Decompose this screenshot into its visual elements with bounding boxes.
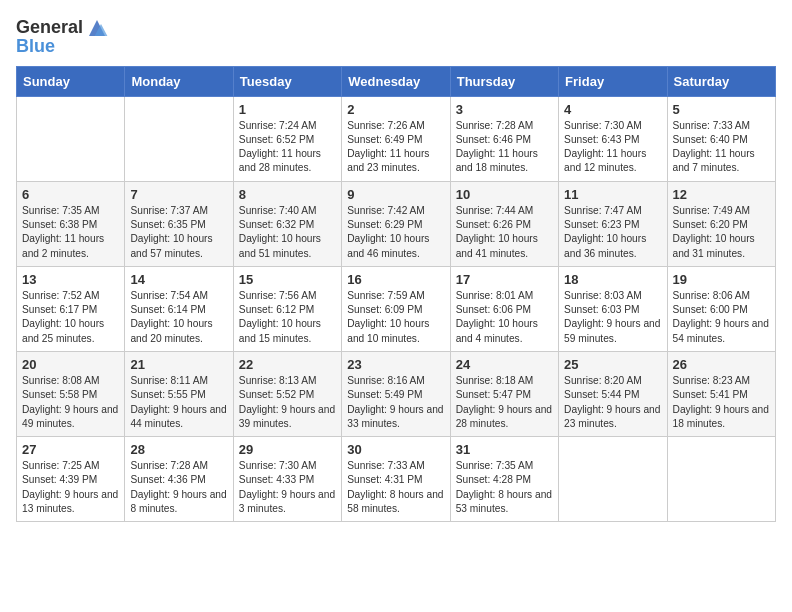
day-info: Sunrise: 7:56 AM Sunset: 6:12 PM Dayligh…	[239, 289, 336, 346]
day-number: 30	[347, 442, 444, 457]
day-info: Sunrise: 7:30 AM Sunset: 4:33 PM Dayligh…	[239, 459, 336, 516]
day-info: Sunrise: 8:08 AM Sunset: 5:58 PM Dayligh…	[22, 374, 119, 431]
calendar-cell: 5Sunrise: 7:33 AM Sunset: 6:40 PM Daylig…	[667, 96, 775, 181]
day-info: Sunrise: 7:28 AM Sunset: 6:46 PM Dayligh…	[456, 119, 553, 176]
day-info: Sunrise: 7:24 AM Sunset: 6:52 PM Dayligh…	[239, 119, 336, 176]
day-info: Sunrise: 7:35 AM Sunset: 4:28 PM Dayligh…	[456, 459, 553, 516]
calendar-cell: 18Sunrise: 8:03 AM Sunset: 6:03 PM Dayli…	[559, 266, 667, 351]
day-info: Sunrise: 7:59 AM Sunset: 6:09 PM Dayligh…	[347, 289, 444, 346]
calendar-cell	[667, 437, 775, 522]
day-info: Sunrise: 7:33 AM Sunset: 4:31 PM Dayligh…	[347, 459, 444, 516]
calendar-cell: 26Sunrise: 8:23 AM Sunset: 5:41 PM Dayli…	[667, 351, 775, 436]
calendar-cell	[125, 96, 233, 181]
day-number: 4	[564, 102, 661, 117]
day-number: 17	[456, 272, 553, 287]
calendar-cell: 19Sunrise: 8:06 AM Sunset: 6:00 PM Dayli…	[667, 266, 775, 351]
calendar-cell: 20Sunrise: 8:08 AM Sunset: 5:58 PM Dayli…	[17, 351, 125, 436]
day-number: 20	[22, 357, 119, 372]
calendar-cell: 30Sunrise: 7:33 AM Sunset: 4:31 PM Dayli…	[342, 437, 450, 522]
day-info: Sunrise: 7:33 AM Sunset: 6:40 PM Dayligh…	[673, 119, 770, 176]
day-number: 13	[22, 272, 119, 287]
day-number: 21	[130, 357, 227, 372]
day-number: 5	[673, 102, 770, 117]
calendar-cell: 14Sunrise: 7:54 AM Sunset: 6:14 PM Dayli…	[125, 266, 233, 351]
day-number: 19	[673, 272, 770, 287]
calendar-cell: 6Sunrise: 7:35 AM Sunset: 6:38 PM Daylig…	[17, 181, 125, 266]
day-info: Sunrise: 7:25 AM Sunset: 4:39 PM Dayligh…	[22, 459, 119, 516]
day-number: 16	[347, 272, 444, 287]
calendar-cell: 24Sunrise: 8:18 AM Sunset: 5:47 PM Dayli…	[450, 351, 558, 436]
day-info: Sunrise: 8:13 AM Sunset: 5:52 PM Dayligh…	[239, 374, 336, 431]
day-number: 11	[564, 187, 661, 202]
calendar-cell: 2Sunrise: 7:26 AM Sunset: 6:49 PM Daylig…	[342, 96, 450, 181]
day-number: 8	[239, 187, 336, 202]
day-info: Sunrise: 7:35 AM Sunset: 6:38 PM Dayligh…	[22, 204, 119, 261]
day-number: 29	[239, 442, 336, 457]
weekday-header-thursday: Thursday	[450, 66, 558, 96]
weekday-header-monday: Monday	[125, 66, 233, 96]
calendar-cell: 22Sunrise: 8:13 AM Sunset: 5:52 PM Dayli…	[233, 351, 341, 436]
calendar-cell	[559, 437, 667, 522]
calendar-cell: 15Sunrise: 7:56 AM Sunset: 6:12 PM Dayli…	[233, 266, 341, 351]
week-row-3: 13Sunrise: 7:52 AM Sunset: 6:17 PM Dayli…	[17, 266, 776, 351]
weekday-header-friday: Friday	[559, 66, 667, 96]
day-number: 28	[130, 442, 227, 457]
day-number: 23	[347, 357, 444, 372]
day-number: 27	[22, 442, 119, 457]
calendar-cell: 23Sunrise: 8:16 AM Sunset: 5:49 PM Dayli…	[342, 351, 450, 436]
calendar-cell: 12Sunrise: 7:49 AM Sunset: 6:20 PM Dayli…	[667, 181, 775, 266]
calendar-cell	[17, 96, 125, 181]
day-number: 18	[564, 272, 661, 287]
day-info: Sunrise: 7:47 AM Sunset: 6:23 PM Dayligh…	[564, 204, 661, 261]
day-info: Sunrise: 8:23 AM Sunset: 5:41 PM Dayligh…	[673, 374, 770, 431]
calendar-cell: 21Sunrise: 8:11 AM Sunset: 5:55 PM Dayli…	[125, 351, 233, 436]
logo-icon	[85, 16, 109, 40]
day-info: Sunrise: 8:16 AM Sunset: 5:49 PM Dayligh…	[347, 374, 444, 431]
calendar-cell: 25Sunrise: 8:20 AM Sunset: 5:44 PM Dayli…	[559, 351, 667, 436]
calendar-cell: 7Sunrise: 7:37 AM Sunset: 6:35 PM Daylig…	[125, 181, 233, 266]
calendar-cell: 17Sunrise: 8:01 AM Sunset: 6:06 PM Dayli…	[450, 266, 558, 351]
calendar-cell: 3Sunrise: 7:28 AM Sunset: 6:46 PM Daylig…	[450, 96, 558, 181]
weekday-header-row: SundayMondayTuesdayWednesdayThursdayFrid…	[17, 66, 776, 96]
day-info: Sunrise: 8:01 AM Sunset: 6:06 PM Dayligh…	[456, 289, 553, 346]
week-row-5: 27Sunrise: 7:25 AM Sunset: 4:39 PM Dayli…	[17, 437, 776, 522]
calendar-cell: 16Sunrise: 7:59 AM Sunset: 6:09 PM Dayli…	[342, 266, 450, 351]
calendar-cell: 10Sunrise: 7:44 AM Sunset: 6:26 PM Dayli…	[450, 181, 558, 266]
calendar-table: SundayMondayTuesdayWednesdayThursdayFrid…	[16, 66, 776, 523]
page-header: General Blue	[16, 16, 776, 58]
weekday-header-wednesday: Wednesday	[342, 66, 450, 96]
day-number: 15	[239, 272, 336, 287]
day-number: 7	[130, 187, 227, 202]
week-row-2: 6Sunrise: 7:35 AM Sunset: 6:38 PM Daylig…	[17, 181, 776, 266]
calendar-cell: 1Sunrise: 7:24 AM Sunset: 6:52 PM Daylig…	[233, 96, 341, 181]
day-info: Sunrise: 7:30 AM Sunset: 6:43 PM Dayligh…	[564, 119, 661, 176]
day-info: Sunrise: 8:06 AM Sunset: 6:00 PM Dayligh…	[673, 289, 770, 346]
day-number: 26	[673, 357, 770, 372]
day-number: 22	[239, 357, 336, 372]
calendar-cell: 11Sunrise: 7:47 AM Sunset: 6:23 PM Dayli…	[559, 181, 667, 266]
day-number: 25	[564, 357, 661, 372]
calendar-cell: 27Sunrise: 7:25 AM Sunset: 4:39 PM Dayli…	[17, 437, 125, 522]
day-info: Sunrise: 8:03 AM Sunset: 6:03 PM Dayligh…	[564, 289, 661, 346]
day-number: 12	[673, 187, 770, 202]
day-number: 6	[22, 187, 119, 202]
day-number: 10	[456, 187, 553, 202]
logo: General Blue	[16, 16, 109, 58]
calendar-cell: 4Sunrise: 7:30 AM Sunset: 6:43 PM Daylig…	[559, 96, 667, 181]
day-info: Sunrise: 8:20 AM Sunset: 5:44 PM Dayligh…	[564, 374, 661, 431]
day-number: 2	[347, 102, 444, 117]
day-number: 31	[456, 442, 553, 457]
day-number: 1	[239, 102, 336, 117]
weekday-header-sunday: Sunday	[17, 66, 125, 96]
day-info: Sunrise: 7:44 AM Sunset: 6:26 PM Dayligh…	[456, 204, 553, 261]
day-info: Sunrise: 7:28 AM Sunset: 4:36 PM Dayligh…	[130, 459, 227, 516]
day-info: Sunrise: 7:26 AM Sunset: 6:49 PM Dayligh…	[347, 119, 444, 176]
day-info: Sunrise: 7:42 AM Sunset: 6:29 PM Dayligh…	[347, 204, 444, 261]
week-row-4: 20Sunrise: 8:08 AM Sunset: 5:58 PM Dayli…	[17, 351, 776, 436]
weekday-header-tuesday: Tuesday	[233, 66, 341, 96]
day-number: 9	[347, 187, 444, 202]
weekday-header-saturday: Saturday	[667, 66, 775, 96]
calendar-cell: 13Sunrise: 7:52 AM Sunset: 6:17 PM Dayli…	[17, 266, 125, 351]
calendar-cell: 9Sunrise: 7:42 AM Sunset: 6:29 PM Daylig…	[342, 181, 450, 266]
day-number: 24	[456, 357, 553, 372]
